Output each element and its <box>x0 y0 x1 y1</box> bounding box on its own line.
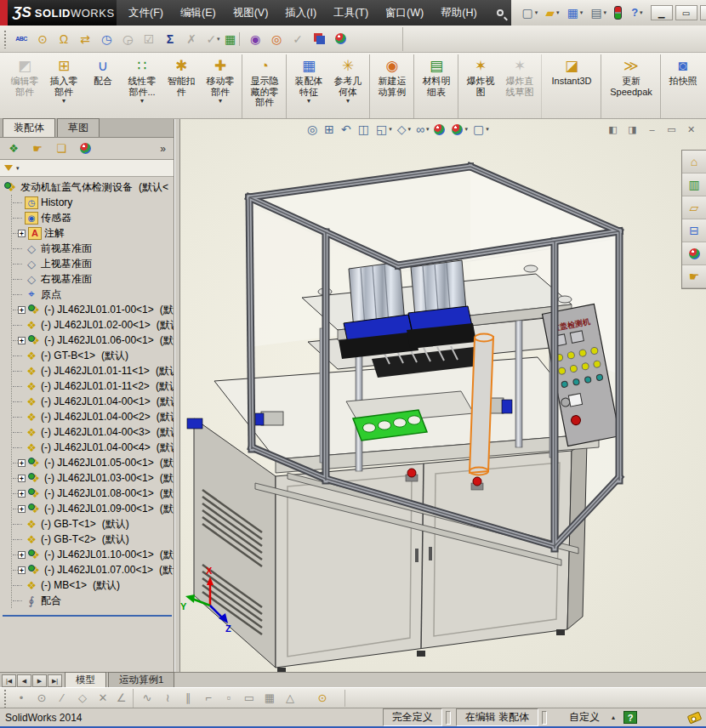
check-dropdown-icon[interactable]: ✓ ▾ <box>202 28 224 49</box>
mass-properties-icon[interactable]: Ω <box>54 28 75 49</box>
expand-toggle[interactable] <box>18 325 22 326</box>
menu-item[interactable]: 窗口(W) <box>377 6 432 20</box>
tree-item[interactable]: + (-) JL462JL01.01-00<1> (默认 <box>12 302 174 317</box>
expand-toggle[interactable] <box>18 600 22 601</box>
command-manager-tab[interactable]: 装配体 <box>3 118 55 137</box>
doc-close-icon[interactable]: ✕ <box>683 122 699 136</box>
ribbon-button[interactable]: ∷ 线性零部件... ▾ <box>122 54 162 118</box>
ribbon-button[interactable]: ▤ 材料明细表 <box>417 54 458 118</box>
measure-icon[interactable]: ⊙ <box>312 689 333 708</box>
menu-item[interactable]: 文件(F) <box>120 6 172 20</box>
tree-item[interactable]: 前视基准面 <box>12 241 174 256</box>
expand-toggle[interactable] <box>18 264 22 264</box>
tree-item[interactable]: History <box>12 195 174 210</box>
tree-item[interactable]: (-) JL462JL01.04-00<1> (默认 <box>12 394 174 409</box>
ribbon-button[interactable]: ◔ 显示隐藏的零部件 <box>245 54 287 118</box>
tree-item[interactable]: (-) JL462JL01.01-11<2> (默认 <box>12 378 174 394</box>
prev-tab-button[interactable]: ◀ <box>17 674 31 687</box>
deviation-icon[interactable]: ✗ <box>181 28 202 49</box>
help-status-icon[interactable]: ? <box>623 711 637 724</box>
tree-item[interactable]: + (-) JL462JL01.10-00<1> (默认 <box>12 547 174 562</box>
tag-icon[interactable] <box>687 711 703 724</box>
chevron-up-icon[interactable]: ▴ <box>612 714 615 721</box>
expand-toggle[interactable] <box>18 447 22 448</box>
panel-splitter[interactable] <box>174 119 180 672</box>
help-icon[interactable]: ? ▾ <box>629 5 645 20</box>
tree-item[interactable]: 右视基准面 <box>12 271 174 287</box>
ribbon-button[interactable]: ∪ 配合 <box>83 54 122 118</box>
transfer-icon[interactable]: ⇄ <box>75 28 96 49</box>
tree-item[interactable]: (-) GB-T<2> (默认) <box>12 532 174 547</box>
toolbar-grip[interactable] <box>3 30 8 48</box>
document-tab[interactable]: 运动算例1 <box>108 672 174 687</box>
expand-toggle[interactable] <box>18 417 22 418</box>
hide-show-items-icon[interactable]: ∞ ▾ <box>413 120 432 139</box>
menu-item[interactable]: 视图(V) <box>225 6 277 20</box>
apply-scene-icon[interactable]: ▾ <box>449 120 470 139</box>
ribbon-button[interactable]: ≫ 更新 Speedpak <box>604 54 661 118</box>
ribbon-button[interactable]: ✱ 智能扣件 <box>162 54 201 118</box>
ribbon-button[interactable]: ✳ 参考几何体 ▾ <box>328 54 370 118</box>
doc-minimize-icon[interactable]: – <box>644 122 660 136</box>
toolbar-grip[interactable] <box>3 689 8 708</box>
expand-panel-chevron[interactable]: » <box>155 143 171 155</box>
propertymanager-tab-icon[interactable]: ☛ <box>26 139 48 158</box>
assembly-3d-model[interactable]: 缸盖检测机 <box>180 119 706 672</box>
expand-toggle[interactable] <box>18 386 22 387</box>
next-tab-button[interactable]: ▶ <box>32 674 47 687</box>
featuremanager-tab-icon[interactable]: ❖ <box>3 139 25 158</box>
tree-item[interactable]: (-) GB-T<1> (默认) <box>12 516 174 532</box>
pane-right-icon[interactable]: ◨ <box>624 122 641 136</box>
appearance-sphere-icon[interactable] <box>330 28 351 49</box>
design-table-icon[interactable]: ▦ <box>224 28 245 49</box>
tree-item[interactable]: (-) JL462JL01.01-11<1> (默认 <box>12 363 174 378</box>
open-icon[interactable]: ▰ ▾ <box>543 5 561 20</box>
zoom-fit-icon[interactable]: ◎ <box>305 120 322 139</box>
expand-toggle[interactable] <box>18 202 22 203</box>
expand-toggle[interactable]: + <box>18 490 26 498</box>
print-icon[interactable]: ▤ ▾ <box>588 5 609 20</box>
tree-item[interactable]: + (-) JL462JL01.07.00<1> (默认 <box>12 562 174 577</box>
performance-icon[interactable]: ◷ <box>96 28 117 49</box>
polygon-icon[interactable]: ◇ <box>72 689 93 708</box>
solidworks-resources-icon[interactable]: ⌂ <box>682 151 706 173</box>
ribbon-button[interactable]: ◪ Instant3D <box>544 54 601 118</box>
appearances-scenes-icon[interactable] <box>682 242 706 265</box>
expand-toggle[interactable]: + <box>18 505 26 513</box>
save-icon[interactable]: ▦ ▾ <box>565 5 586 20</box>
schedule-icon[interactable]: ◶ <box>117 28 139 49</box>
tree-item[interactable]: 配合 <box>12 593 174 608</box>
angle-icon[interactable]: ∠ <box>113 689 134 708</box>
corner-icon[interactable]: ⌐ <box>198 689 219 708</box>
restore-button[interactable]: ▭ <box>675 5 697 20</box>
render-preview-icon[interactable]: ◉ <box>245 28 266 49</box>
view-settings-icon[interactable]: ▢ ▾ <box>470 120 492 139</box>
tree-item[interactable]: (-) JL462JL01.04-00<4> (默认 <box>12 440 174 455</box>
tree-item[interactable]: 上视基准面 <box>12 256 174 271</box>
expand-toggle[interactable] <box>18 218 22 219</box>
minimize-button[interactable]: ▁ <box>651 5 673 20</box>
section-view-icon[interactable]: ◫ <box>356 120 373 139</box>
equations-icon[interactable]: Σ <box>160 28 181 49</box>
first-tab-button[interactable]: |◀ <box>2 674 16 687</box>
circle-icon[interactable]: ⊙ <box>31 689 52 708</box>
tree-item[interactable]: + (-) JL462JL01.06-00<1> (默认 <box>12 333 174 348</box>
spline-icon[interactable]: ∿ <box>137 689 157 708</box>
pattern-icon[interactable]: ▫ <box>219 689 239 708</box>
edit-appearance-icon[interactable] <box>431 120 449 139</box>
last-tab-button[interactable]: ▶| <box>48 674 62 687</box>
tree-item[interactable]: (-) JL462JL01.04-00<3> (默认 <box>12 424 174 440</box>
render-options-icon[interactable]: ◎ <box>266 28 288 49</box>
expand-toggle[interactable]: + <box>18 230 26 237</box>
graphics-viewport[interactable]: ◎ ⊞ ↶ ◫ <box>180 119 706 672</box>
tree-item[interactable]: (-) JL462JL01.02-00<1> (默认 <box>12 317 174 333</box>
edit-appearance-squares-icon[interactable] <box>309 28 330 49</box>
expand-toggle[interactable] <box>18 432 22 433</box>
displaymanager-tab-icon[interactable] <box>74 139 96 158</box>
grid-icon[interactable]: ▦ <box>259 689 280 708</box>
point-icon[interactable]: • <box>11 689 31 708</box>
menu-item[interactable]: 工具(T) <box>325 6 377 20</box>
expand-toggle[interactable]: + <box>18 459 26 467</box>
ribbon-button[interactable]: ▦ 装配体特征 ▾ <box>289 54 328 118</box>
view-orientation-icon[interactable]: ◱ ▾ <box>373 120 395 139</box>
